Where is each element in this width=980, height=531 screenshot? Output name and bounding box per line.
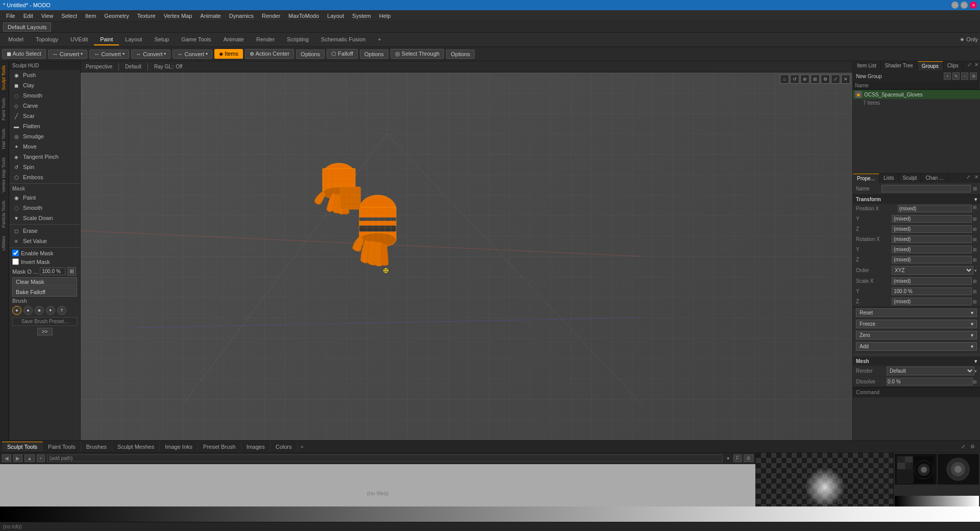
vp-home-icon[interactable]: ⌂ <box>780 75 789 84</box>
tab-properties[interactable]: Prope... <box>853 174 879 183</box>
brush-preset-circle[interactable]: ● <box>12 306 21 315</box>
vert-tab-utilities[interactable]: Utilities <box>0 232 9 255</box>
enable-mask-checkbox[interactable] <box>12 250 19 256</box>
group-del-icon[interactable]: − <box>961 73 968 80</box>
tool-flatten[interactable]: ▬ Flatten <box>9 121 80 131</box>
tab-groups[interactable]: Groups <box>918 61 943 70</box>
transform-collapse-icon[interactable]: ▾ <box>974 197 977 202</box>
position-y-input[interactable] <box>892 215 972 223</box>
vp-zoom-icon[interactable]: ⊕ <box>800 75 810 84</box>
dissolve-icon[interactable]: ⊞ <box>973 379 977 384</box>
tab-topology[interactable]: Topology <box>30 34 64 45</box>
tool-set-value[interactable]: ≡ Set Value <box>9 236 80 246</box>
tab-animate[interactable]: Animate <box>217 34 250 45</box>
viewport-render-mode[interactable]: Ray GL:: Off <box>152 63 184 70</box>
menu-animate[interactable]: Animate <box>196 12 225 20</box>
brush-preset-diamond[interactable]: ✦ <box>46 306 55 315</box>
scale-x-input[interactable] <box>892 277 972 285</box>
group-add-icon[interactable]: + <box>944 73 951 80</box>
reset-button[interactable]: Reset ▾ <box>856 308 977 317</box>
layout-selector[interactable]: Default Layouts <box>3 22 51 32</box>
path-add-button[interactable]: + <box>37 454 45 462</box>
props-resize[interactable]: ⤢ <box>965 174 972 183</box>
tab-channels[interactable]: Chan ... <box>921 174 948 183</box>
close-button[interactable]: ✕ <box>970 2 977 9</box>
path-forward-button[interactable]: ▶ <box>13 454 22 462</box>
tool-erase[interactable]: ◻ Erase <box>9 226 80 236</box>
tab-shader-tree[interactable]: Shader Tree <box>881 61 918 70</box>
tool-push[interactable]: ◉ Push <box>9 70 80 80</box>
invert-mask-checkbox[interactable] <box>12 258 19 265</box>
tool-move[interactable]: ✦ Move <box>9 141 80 152</box>
tab-item-list[interactable]: Item List <box>853 61 881 70</box>
bottom-settings-icon[interactable]: ⚙ <box>968 443 977 450</box>
tab-model[interactable]: Model <box>2 34 30 45</box>
convert-button-1[interactable]: ↔ Convert ▾ <box>48 50 88 59</box>
menu-edit[interactable]: Edit <box>19 12 37 20</box>
convert-button-2[interactable]: ↔ Convert ▾ <box>89 50 129 59</box>
filter-button[interactable]: F <box>733 454 742 462</box>
mask-opacity-btn[interactable]: ⊞ <box>67 267 76 276</box>
render-arrow[interactable]: ▾ <box>974 369 977 374</box>
rot-x-icon[interactable]: ⊞ <box>973 237 977 242</box>
tab-sculpt-props[interactable]: Sculpt <box>899 174 922 183</box>
tab-clips[interactable]: Clips <box>943 61 963 70</box>
menu-layout[interactable]: Layout <box>323 12 348 20</box>
menu-render[interactable]: Render <box>258 12 284 20</box>
menu-help[interactable]: Help <box>375 12 395 20</box>
path-back-button[interactable]: ◀ <box>2 454 11 462</box>
tool-emboss[interactable]: ⬡ Emboss <box>9 172 80 182</box>
position-expand-icon[interactable]: ⊞ <box>973 205 977 212</box>
transform-header[interactable]: Transform ▾ <box>853 195 980 204</box>
enable-mask-option[interactable]: Enable Mask <box>9 249 80 257</box>
tab-add-bottom[interactable]: + <box>298 442 307 451</box>
options-button-3[interactable]: Options <box>446 50 475 59</box>
brush-thumb-2[interactable] <box>938 454 979 485</box>
tool-smooth-mask[interactable]: ◌ Smooth <box>9 203 80 213</box>
vp-refresh-icon[interactable]: ↺ <box>790 75 799 84</box>
tab-lists[interactable]: Lists <box>879 174 899 183</box>
menu-file[interactable]: File <box>2 12 19 20</box>
path-input[interactable] <box>47 454 723 462</box>
scale-z-input[interactable] <box>892 298 972 305</box>
brush-preset-dot[interactable]: ● <box>23 306 33 315</box>
tab-sculpt-meshes[interactable]: Sculpt Meshes <box>112 442 160 451</box>
mesh-collapse-icon[interactable]: ▾ <box>974 358 977 364</box>
menu-geometry[interactable]: Geometry <box>100 12 133 20</box>
action-center-button[interactable]: ⊕ Action Center <box>245 49 294 59</box>
tab-sculpt-tools-bottom[interactable]: Sculpt Tools <box>2 442 43 451</box>
path-dropdown-icon[interactable]: ▾ <box>725 455 731 461</box>
tab-preset-brush[interactable]: Preset Brush <box>198 442 241 451</box>
tool-tangent-pinch[interactable]: ◈ Tangent Pinch <box>9 152 80 162</box>
tab-add[interactable]: + <box>372 34 387 45</box>
menu-texture[interactable]: Texture <box>133 12 160 20</box>
order-icon[interactable]: ▾ <box>974 268 977 273</box>
maximize-button[interactable]: □ <box>961 2 968 9</box>
tab-image-inks[interactable]: Image Inks <box>160 442 198 451</box>
scale-x-icon[interactable]: ⊞ <box>973 279 977 284</box>
menu-maxtomodo[interactable]: MaxToModo <box>284 12 323 20</box>
options-button-1[interactable]: Options <box>296 50 325 59</box>
item-row-gloves[interactable]: ▣ OCSS_Spacesuit_Gloves <box>853 90 980 99</box>
rotation-y-input[interactable] <box>892 246 972 253</box>
tab-paint-tools-bottom[interactable]: Paint Tools <box>43 442 81 451</box>
props-name-input[interactable]: (mixed) <box>881 185 971 192</box>
menu-system[interactable]: System <box>348 12 375 20</box>
minimize-button[interactable]: ─ <box>951 2 959 9</box>
tab-uvedit[interactable]: UVEdit <box>64 34 94 45</box>
right-panel-close[interactable]: ✕ <box>973 61 980 70</box>
tool-paint-mask[interactable]: ◉ Paint <box>9 192 80 203</box>
menu-select[interactable]: Select <box>57 12 81 20</box>
mesh-section-header[interactable]: Mesh ▾ <box>853 357 980 366</box>
vp-expand-icon[interactable]: ⤢ <box>831 75 840 84</box>
falloff-button[interactable]: ⬡ Falloff <box>327 49 358 59</box>
vert-tab-particle[interactable]: Particle Tools <box>0 197 9 232</box>
vp-close-icon[interactable]: ✕ <box>841 75 850 84</box>
viewport-default[interactable]: Default <box>123 63 143 70</box>
brush-preset-text[interactable]: T <box>57 306 66 315</box>
brush-preset-star[interactable]: ★ <box>35 306 44 315</box>
render-select[interactable]: Default <box>887 367 974 375</box>
tab-colors[interactable]: Colors <box>271 442 298 451</box>
tab-paint[interactable]: Paint <box>94 34 119 45</box>
brush-thumb-1[interactable] <box>895 454 937 485</box>
